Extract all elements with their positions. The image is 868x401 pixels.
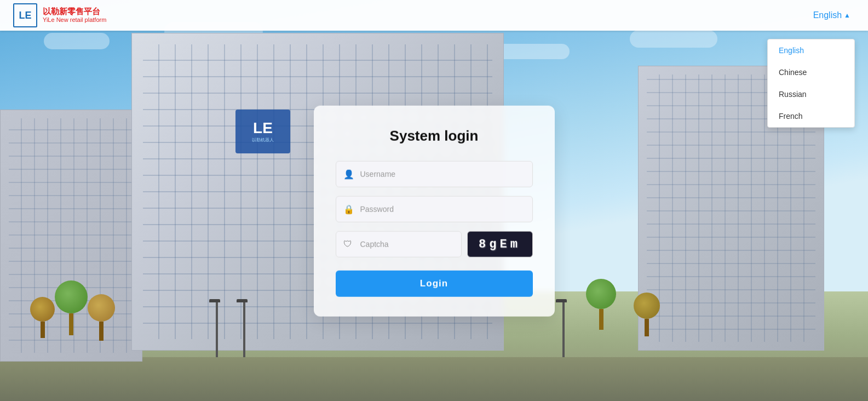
streetlight-3: [560, 299, 567, 357]
building-le-logo: LE 以勒机器人: [235, 110, 290, 153]
login-title: System login: [336, 128, 533, 145]
lang-option-chinese[interactable]: Chinese: [768, 61, 854, 83]
streetlight-1: [214, 299, 220, 357]
selected-language-label: English: [813, 10, 842, 20]
captcha-input-wrap: 🛡: [336, 231, 462, 257]
username-input[interactable]: [336, 161, 533, 187]
chevron-up-icon: ▲: [844, 12, 850, 19]
tree-3: [30, 297, 55, 338]
captcha-row: 🛡 8gEm: [336, 231, 533, 257]
tree-4: [586, 279, 616, 330]
tree-5: [634, 293, 660, 336]
captcha-image[interactable]: 8gEm: [467, 231, 533, 257]
captcha-input[interactable]: [336, 231, 462, 257]
road: [0, 357, 868, 401]
password-input[interactable]: [336, 196, 533, 222]
login-button[interactable]: Login: [336, 271, 533, 297]
cloud-3: [493, 44, 570, 59]
logo-letters: LE: [19, 10, 31, 21]
logo-text-area: 以勒新零售平台 YiLe New retail platform: [43, 7, 106, 24]
logo-text-english: YiLe New retail platform: [43, 16, 106, 24]
building-logo-subtext: 以勒机器人: [252, 137, 274, 143]
logo-area: LE 以勒新零售平台 YiLe New retail platform: [13, 3, 106, 27]
password-group: 🔒: [336, 196, 533, 222]
cloud-1: [44, 33, 110, 49]
tree-1: [55, 280, 88, 335]
tree-2: [88, 294, 115, 341]
streetlight-2: [241, 299, 248, 357]
building-logo-letters: LE: [253, 121, 273, 136]
language-dropdown: English Chinese Russian French: [767, 39, 855, 128]
captcha-group: 🛡 8gEm: [336, 231, 533, 257]
navbar: LE 以勒新零售平台 YiLe New retail platform Engl…: [0, 0, 868, 31]
logo-text-chinese: 以勒新零售平台: [43, 7, 106, 16]
lang-option-english[interactable]: English: [768, 39, 854, 61]
lang-option-french[interactable]: French: [768, 105, 854, 127]
username-group: 👤: [336, 161, 533, 187]
logo-icon: LE: [13, 3, 37, 27]
lang-option-russian[interactable]: Russian: [768, 83, 854, 105]
cloud-4: [630, 30, 717, 48]
language-selector[interactable]: English ▲ English Chinese Russian French: [809, 8, 855, 22]
login-card: System login 👤 🔒 🛡 8gEm Login: [314, 106, 555, 317]
